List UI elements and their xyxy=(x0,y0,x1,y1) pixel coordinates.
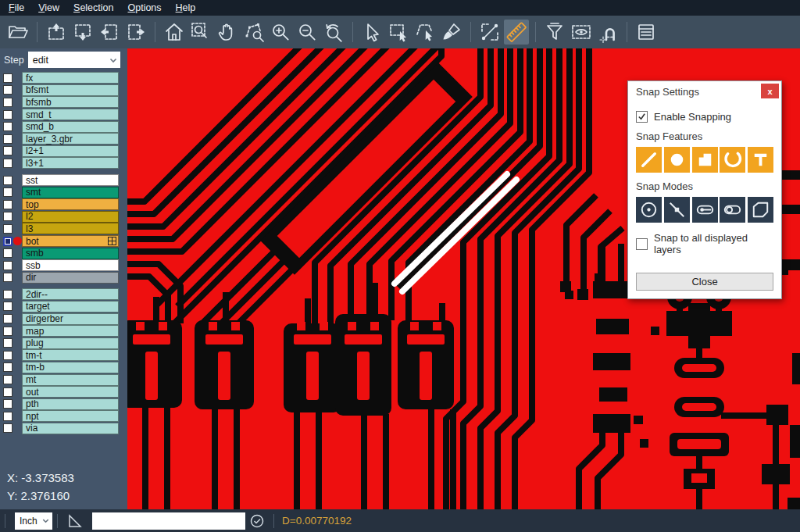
snap-dialog-titlebar[interactable]: Snap Settings x xyxy=(628,81,781,102)
tool-measure-line-icon[interactable] xyxy=(477,20,502,45)
layer-visibility-checkbox[interactable] xyxy=(3,351,12,360)
menu-selection[interactable]: Selection xyxy=(66,0,120,16)
tool-shift-right-icon[interactable] xyxy=(123,20,148,45)
snap-mode-point-button[interactable] xyxy=(664,197,690,223)
tool-shift-left-icon[interactable] xyxy=(97,20,122,45)
tool-zoom-area-icon[interactable] xyxy=(188,20,213,45)
layer-visibility-checkbox[interactable] xyxy=(3,85,12,95)
layer-name-bfsmb[interactable]: bfsmb xyxy=(22,96,119,108)
layer-name-fx[interactable]: fx xyxy=(22,72,119,84)
layer-name-bfsmt[interactable]: bfsmt xyxy=(22,84,119,96)
menu-view[interactable]: View xyxy=(31,0,66,16)
tool-zoom-polygon-icon[interactable] xyxy=(241,20,266,45)
tool-shift-down-icon[interactable] xyxy=(70,20,95,45)
tool-measure-ruler-icon[interactable] xyxy=(504,20,529,45)
layer-name-plug[interactable]: plug xyxy=(22,337,119,349)
layer-name-dirgerber[interactable]: dirgerber xyxy=(22,313,119,325)
tool-zoom-previous-icon[interactable] xyxy=(321,20,346,45)
layer-name-smd_t[interactable]: smd_t xyxy=(22,109,119,120)
snap-all-layers-checkbox[interactable] xyxy=(636,238,648,250)
layer-name-target[interactable]: target xyxy=(22,301,119,312)
tool-filter-icon[interactable] xyxy=(542,20,567,45)
angle-corner-icon[interactable] xyxy=(66,512,84,530)
layer-name-via[interactable]: via xyxy=(22,423,119,434)
command-input[interactable] xyxy=(92,512,245,530)
layer-name-l2+1[interactable]: l2+1 xyxy=(22,145,119,157)
menu-file[interactable]: File xyxy=(2,0,31,16)
layer-visibility-checkbox[interactable] xyxy=(3,399,12,409)
layer-visibility-checkbox[interactable] xyxy=(3,134,12,144)
tool-shift-up-icon[interactable] xyxy=(44,20,69,45)
layer-visibility-checkbox[interactable] xyxy=(3,423,12,433)
menu-help[interactable]: Help xyxy=(169,0,203,16)
menu-options[interactable]: Options xyxy=(120,0,168,16)
snap-mode-slot-end-button[interactable] xyxy=(720,197,745,223)
tool-clean-brush-icon[interactable] xyxy=(439,20,464,45)
tool-select-cursor-icon[interactable] xyxy=(359,20,384,45)
layer-visibility-checkbox[interactable] xyxy=(3,212,12,221)
layer-name-layer_3.gbr[interactable]: layer_3.gbr xyxy=(22,133,119,145)
loop-check-icon[interactable] xyxy=(249,513,265,529)
layer-name-bot[interactable]: bot xyxy=(22,235,119,247)
layer-name-tm-t[interactable]: tm-t xyxy=(22,349,119,361)
layer-name-smt[interactable]: smt xyxy=(22,187,119,198)
layer-visibility-checkbox[interactable] xyxy=(3,73,12,83)
snap-mode-center-button[interactable] xyxy=(636,197,662,223)
layer-visibility-checkbox[interactable] xyxy=(3,261,12,270)
tool-zoom-out-icon[interactable] xyxy=(295,20,320,45)
units-dropdown[interactable]: Inch xyxy=(15,512,52,530)
tool-view-area-icon[interactable] xyxy=(569,20,594,45)
layer-visibility-checkbox[interactable] xyxy=(3,387,12,397)
snap-mode-slot-center-button[interactable] xyxy=(692,197,718,223)
layer-name-dir[interactable]: dir xyxy=(22,272,119,284)
layer-visibility-checkbox[interactable] xyxy=(3,176,12,185)
layer-visibility-checkbox[interactable] xyxy=(3,224,12,234)
layer-name-smd_b[interactable]: smd_b xyxy=(22,121,119,133)
layer-visibility-checkbox[interactable] xyxy=(3,338,12,348)
tool-pan-hand-icon[interactable] xyxy=(215,20,240,45)
layer-visibility-checkbox[interactable] xyxy=(3,290,12,299)
layer-name-l2[interactable]: l2 xyxy=(22,211,119,223)
layer-visibility-checkbox[interactable] xyxy=(3,110,12,120)
layer-name-ssb[interactable]: ssb xyxy=(22,259,119,271)
layer-name-mt[interactable]: mt xyxy=(22,374,119,386)
tool-select-polygon-icon[interactable] xyxy=(412,20,438,45)
layer-name-l3[interactable]: l3 xyxy=(22,223,119,234)
dialog-close-x-button[interactable]: x xyxy=(761,84,779,98)
snap-mode-contour-button[interactable] xyxy=(748,197,773,223)
tool-report-panel-icon[interactable] xyxy=(634,20,659,45)
layer-visibility-checkbox[interactable] xyxy=(3,314,12,323)
layer-name-top[interactable]: top xyxy=(22,198,119,210)
tool-select-rectangle-icon[interactable] xyxy=(386,20,411,45)
layer-visibility-checkbox[interactable] xyxy=(3,187,12,197)
layer-name-out[interactable]: out xyxy=(22,386,119,398)
snap-feature-text-button[interactable] xyxy=(748,147,773,173)
layer-visibility-checkbox[interactable] xyxy=(3,327,12,336)
layer-name-npt[interactable]: npt xyxy=(22,410,119,422)
layer-visibility-checkbox[interactable] xyxy=(3,159,12,168)
tool-zoom-in-icon[interactable] xyxy=(268,20,293,45)
layer-visibility-checkbox[interactable] xyxy=(3,200,12,209)
layer-visibility-checkbox[interactable] xyxy=(3,412,12,421)
layer-visibility-checkbox[interactable] xyxy=(3,237,12,246)
layer-visibility-checkbox[interactable] xyxy=(3,302,12,311)
tool-home-icon[interactable] xyxy=(162,20,187,45)
enable-snapping-checkbox[interactable] xyxy=(636,111,648,123)
layer-visibility-checkbox[interactable] xyxy=(3,98,12,107)
layer-name-l3+1[interactable]: l3+1 xyxy=(22,157,119,169)
layer-visibility-checkbox[interactable] xyxy=(3,248,12,258)
layer-name-2dir--[interactable]: 2dir-- xyxy=(22,288,119,300)
layer-visibility-checkbox[interactable] xyxy=(3,122,12,131)
layer-name-sst[interactable]: sst xyxy=(22,174,119,186)
layer-name-map[interactable]: map xyxy=(22,325,119,337)
layer-name-smb[interactable]: smb xyxy=(22,248,119,259)
tool-open-folder-icon[interactable] xyxy=(5,20,30,45)
layer-name-pth[interactable]: pth xyxy=(22,398,119,410)
layer-visibility-checkbox[interactable] xyxy=(3,362,12,372)
layer-visibility-checkbox[interactable] xyxy=(3,146,12,155)
layer-name-tm-b[interactable]: tm-b xyxy=(22,362,119,373)
tool-snap-magnet-icon[interactable] xyxy=(595,20,620,45)
step-combobox[interactable]: edit xyxy=(28,52,120,68)
layer-visibility-checkbox[interactable] xyxy=(3,273,12,282)
layer-visibility-checkbox[interactable] xyxy=(3,375,12,384)
